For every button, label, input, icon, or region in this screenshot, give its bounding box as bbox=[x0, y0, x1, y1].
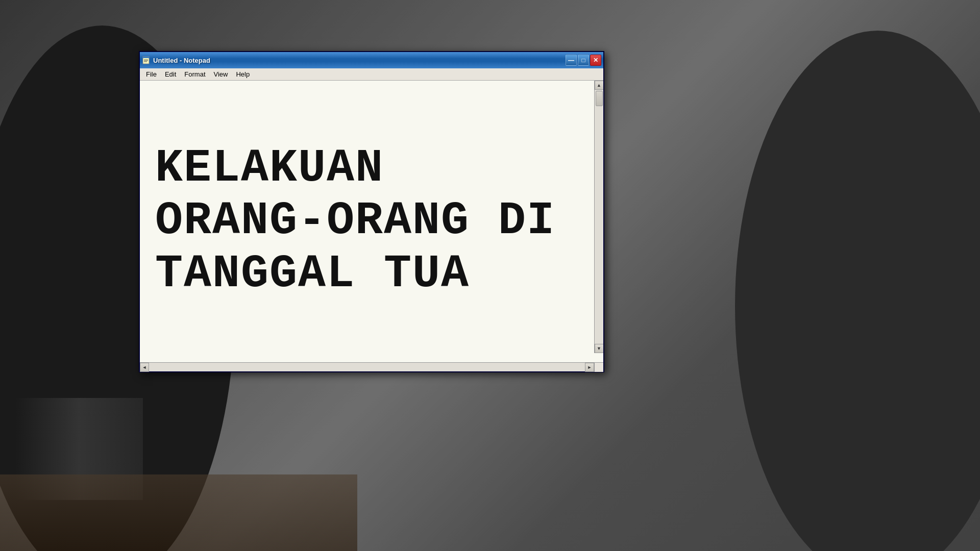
notepad-window: Untitled - Notepad — □ ✕ File Edit Forma… bbox=[139, 51, 604, 372]
window-title: Untitled - Notepad bbox=[153, 57, 210, 64]
menu-format[interactable]: Format bbox=[180, 69, 209, 79]
title-bar-left: Untitled - Notepad bbox=[142, 56, 210, 64]
minimize-button[interactable]: — bbox=[566, 55, 577, 66]
editor-text: KELAKUAN ORANG-ORANG DI TANGGAL TUA bbox=[155, 142, 555, 301]
menu-help[interactable]: Help bbox=[232, 69, 254, 79]
menu-edit[interactable]: Edit bbox=[161, 69, 180, 79]
scroll-left-arrow[interactable]: ◄ bbox=[140, 363, 149, 372]
scroll-down-arrow[interactable]: ▼ bbox=[595, 344, 604, 353]
close-button[interactable]: ✕ bbox=[590, 55, 601, 66]
maximize-button[interactable]: □ bbox=[578, 55, 589, 66]
scroll-up-arrow[interactable]: ▲ bbox=[595, 81, 604, 90]
desk-decoration bbox=[0, 474, 357, 551]
menu-bar: File Edit Format View Help bbox=[140, 68, 603, 81]
scroll-right-arrow[interactable]: ► bbox=[585, 363, 594, 372]
notepad-icon bbox=[142, 56, 150, 64]
vertical-scrollbar[interactable]: ▲ ▼ bbox=[594, 81, 603, 353]
scroll-track-vertical[interactable] bbox=[595, 90, 603, 344]
scroll-thumb-vertical[interactable] bbox=[596, 91, 603, 106]
menu-view[interactable]: View bbox=[210, 69, 232, 79]
window-controls: — □ ✕ bbox=[566, 55, 601, 66]
menu-file[interactable]: File bbox=[142, 69, 161, 79]
horizontal-scrollbar-container: ◄ ► bbox=[140, 362, 603, 371]
editor-content-area[interactable]: KELAKUAN ORANG-ORANG DI TANGGAL TUA bbox=[140, 81, 603, 362]
svg-rect-1 bbox=[143, 57, 149, 58]
scroll-track-horizontal[interactable] bbox=[149, 363, 585, 371]
title-bar: Untitled - Notepad — □ ✕ bbox=[140, 52, 603, 68]
scrollbar-corner bbox=[594, 363, 603, 372]
